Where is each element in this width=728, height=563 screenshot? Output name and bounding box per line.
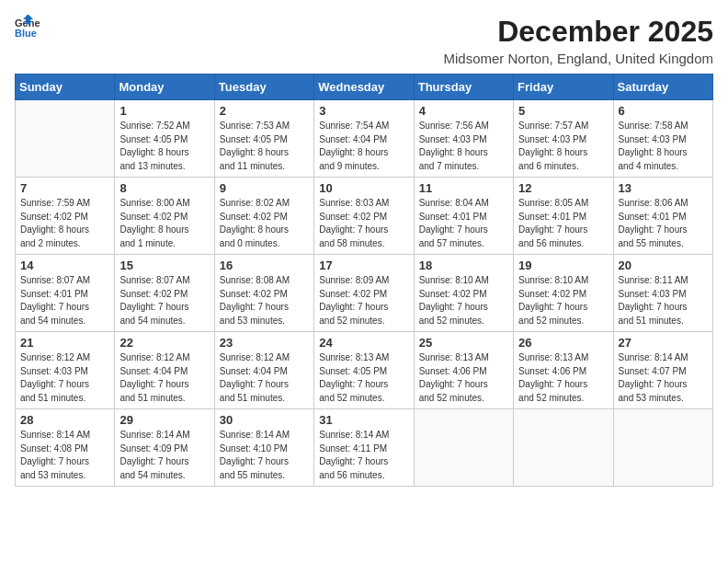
- day-number: 9: [220, 181, 309, 195]
- calendar-day-cell: [16, 100, 115, 178]
- day-number: 18: [419, 259, 508, 272]
- day-info: Sunrise: 8:13 AM Sunset: 4:06 PM Dayligh…: [518, 351, 608, 405]
- day-info: Sunrise: 8:10 AM Sunset: 4:02 PM Dayligh…: [518, 274, 608, 327]
- calendar-day-cell: 18Sunrise: 8:10 AM Sunset: 4:02 PM Dayli…: [414, 255, 513, 332]
- calendar-day-cell: 28Sunrise: 8:14 AM Sunset: 4:08 PM Dayli…: [16, 409, 115, 487]
- calendar-day-cell: 16Sunrise: 8:08 AM Sunset: 4:02 PM Dayli…: [214, 255, 313, 332]
- day-info: Sunrise: 7:57 AM Sunset: 4:03 PM Dayligh…: [518, 120, 608, 173]
- calendar-day-cell: 2Sunrise: 7:53 AM Sunset: 4:05 PM Daylig…: [214, 100, 313, 178]
- weekday-header: Monday: [115, 75, 214, 100]
- month-title: December 2025: [444, 15, 713, 49]
- calendar-day-cell: [414, 409, 513, 487]
- calendar-day-cell: 25Sunrise: 8:13 AM Sunset: 4:06 PM Dayli…: [414, 332, 513, 409]
- day-number: 8: [119, 181, 209, 195]
- day-number: 11: [419, 181, 508, 195]
- day-number: 6: [619, 104, 708, 118]
- day-number: 19: [518, 259, 608, 272]
- day-info: Sunrise: 7:52 AM Sunset: 4:05 PM Dayligh…: [119, 120, 209, 173]
- calendar-day-cell: 27Sunrise: 8:14 AM Sunset: 4:07 PM Dayli…: [613, 332, 712, 409]
- day-number: 1: [119, 104, 209, 118]
- calendar-day-cell: 8Sunrise: 8:00 AM Sunset: 4:02 PM Daylig…: [115, 178, 214, 255]
- day-info: Sunrise: 8:12 AM Sunset: 4:03 PM Dayligh…: [20, 351, 109, 405]
- day-info: Sunrise: 8:05 AM Sunset: 4:01 PM Dayligh…: [518, 197, 608, 250]
- day-info: Sunrise: 7:59 AM Sunset: 4:02 PM Dayligh…: [20, 197, 109, 250]
- weekday-header: Tuesday: [214, 75, 313, 100]
- day-number: 16: [220, 259, 309, 272]
- calendar-week-row: 1Sunrise: 7:52 AM Sunset: 4:05 PM Daylig…: [16, 100, 713, 178]
- calendar-day-cell: 26Sunrise: 8:13 AM Sunset: 4:06 PM Dayli…: [514, 332, 613, 409]
- weekday-header: Saturday: [613, 75, 712, 100]
- calendar-day-cell: 7Sunrise: 7:59 AM Sunset: 4:02 PM Daylig…: [16, 178, 115, 255]
- day-info: Sunrise: 8:07 AM Sunset: 4:01 PM Dayligh…: [20, 274, 109, 327]
- day-info: Sunrise: 8:11 AM Sunset: 4:03 PM Dayligh…: [619, 274, 708, 327]
- day-number: 3: [319, 104, 408, 118]
- calendar-day-cell: 13Sunrise: 8:06 AM Sunset: 4:01 PM Dayli…: [613, 178, 712, 255]
- day-number: 17: [319, 259, 408, 272]
- day-info: Sunrise: 8:08 AM Sunset: 4:02 PM Dayligh…: [220, 274, 309, 327]
- calendar-day-cell: 6Sunrise: 7:58 AM Sunset: 4:03 PM Daylig…: [613, 100, 712, 178]
- day-info: Sunrise: 8:12 AM Sunset: 4:04 PM Dayligh…: [119, 351, 209, 405]
- calendar-day-cell: 1Sunrise: 7:52 AM Sunset: 4:05 PM Daylig…: [115, 100, 214, 178]
- calendar-week-row: 21Sunrise: 8:12 AM Sunset: 4:03 PM Dayli…: [16, 332, 713, 409]
- weekday-header: Friday: [514, 75, 613, 100]
- page-header: General Blue December 2025 Midsomer Nort…: [15, 15, 713, 66]
- day-number: 14: [20, 259, 109, 272]
- calendar-day-cell: 17Sunrise: 8:09 AM Sunset: 4:02 PM Dayli…: [314, 255, 414, 332]
- calendar-day-cell: [613, 409, 712, 487]
- day-number: 27: [619, 336, 708, 350]
- logo-icon: General Blue: [15, 15, 40, 40]
- day-number: 29: [119, 413, 209, 427]
- day-number: 5: [518, 104, 608, 118]
- day-number: 21: [20, 336, 109, 350]
- calendar-day-cell: 29Sunrise: 8:14 AM Sunset: 4:09 PM Dayli…: [115, 409, 214, 487]
- calendar-week-row: 7Sunrise: 7:59 AM Sunset: 4:02 PM Daylig…: [16, 178, 713, 255]
- calendar-day-cell: 31Sunrise: 8:14 AM Sunset: 4:11 PM Dayli…: [314, 409, 414, 487]
- day-info: Sunrise: 8:03 AM Sunset: 4:02 PM Dayligh…: [319, 197, 408, 250]
- calendar-day-cell: 12Sunrise: 8:05 AM Sunset: 4:01 PM Dayli…: [514, 178, 613, 255]
- calendar-day-cell: 20Sunrise: 8:11 AM Sunset: 4:03 PM Dayli…: [613, 255, 712, 332]
- calendar-day-cell: 23Sunrise: 8:12 AM Sunset: 4:04 PM Dayli…: [214, 332, 313, 409]
- calendar-day-cell: 11Sunrise: 8:04 AM Sunset: 4:01 PM Dayli…: [414, 178, 513, 255]
- location-title: Midsomer Norton, England, United Kingdom: [444, 51, 713, 66]
- calendar-day-cell: [514, 409, 613, 487]
- day-number: 15: [119, 259, 209, 272]
- logo: General Blue: [15, 15, 40, 40]
- day-info: Sunrise: 7:56 AM Sunset: 4:03 PM Dayligh…: [419, 120, 508, 173]
- day-info: Sunrise: 8:12 AM Sunset: 4:04 PM Dayligh…: [220, 351, 309, 405]
- day-info: Sunrise: 8:07 AM Sunset: 4:02 PM Dayligh…: [119, 274, 209, 327]
- day-number: 23: [220, 336, 309, 350]
- day-number: 20: [619, 259, 708, 272]
- calendar-day-cell: 5Sunrise: 7:57 AM Sunset: 4:03 PM Daylig…: [514, 100, 613, 178]
- calendar-day-cell: 19Sunrise: 8:10 AM Sunset: 4:02 PM Dayli…: [514, 255, 613, 332]
- weekday-header: Thursday: [414, 75, 513, 100]
- day-info: Sunrise: 8:09 AM Sunset: 4:02 PM Dayligh…: [319, 274, 408, 327]
- day-number: 26: [518, 336, 608, 350]
- calendar-day-cell: 22Sunrise: 8:12 AM Sunset: 4:04 PM Dayli…: [115, 332, 214, 409]
- calendar-week-row: 14Sunrise: 8:07 AM Sunset: 4:01 PM Dayli…: [16, 255, 713, 332]
- day-info: Sunrise: 8:04 AM Sunset: 4:01 PM Dayligh…: [419, 197, 508, 250]
- day-number: 24: [319, 336, 408, 350]
- day-info: Sunrise: 7:53 AM Sunset: 4:05 PM Dayligh…: [220, 120, 309, 173]
- day-info: Sunrise: 8:06 AM Sunset: 4:01 PM Dayligh…: [619, 197, 708, 250]
- weekday-header: Wednesday: [314, 75, 414, 100]
- day-info: Sunrise: 8:10 AM Sunset: 4:02 PM Dayligh…: [419, 274, 508, 327]
- calendar-table: SundayMondayTuesdayWednesdayThursdayFrid…: [15, 74, 713, 487]
- day-number: 10: [319, 181, 408, 195]
- calendar-day-cell: 4Sunrise: 7:56 AM Sunset: 4:03 PM Daylig…: [414, 100, 513, 178]
- day-info: Sunrise: 8:14 AM Sunset: 4:09 PM Dayligh…: [119, 429, 209, 482]
- day-number: 31: [319, 413, 408, 427]
- calendar-day-cell: 10Sunrise: 8:03 AM Sunset: 4:02 PM Dayli…: [314, 178, 414, 255]
- day-info: Sunrise: 8:13 AM Sunset: 4:05 PM Dayligh…: [319, 351, 408, 405]
- calendar-day-cell: 21Sunrise: 8:12 AM Sunset: 4:03 PM Dayli…: [16, 332, 115, 409]
- day-number: 13: [619, 181, 708, 195]
- day-info: Sunrise: 8:14 AM Sunset: 4:11 PM Dayligh…: [319, 429, 408, 482]
- day-info: Sunrise: 8:14 AM Sunset: 4:07 PM Dayligh…: [619, 351, 708, 405]
- calendar-week-row: 28Sunrise: 8:14 AM Sunset: 4:08 PM Dayli…: [16, 409, 713, 487]
- title-area: December 2025 Midsomer Norton, England, …: [444, 15, 713, 66]
- day-info: Sunrise: 7:54 AM Sunset: 4:04 PM Dayligh…: [319, 120, 408, 173]
- calendar-day-cell: 24Sunrise: 8:13 AM Sunset: 4:05 PM Dayli…: [314, 332, 414, 409]
- calendar-day-cell: 3Sunrise: 7:54 AM Sunset: 4:04 PM Daylig…: [314, 100, 414, 178]
- calendar-day-cell: 9Sunrise: 8:02 AM Sunset: 4:02 PM Daylig…: [214, 178, 313, 255]
- day-number: 25: [419, 336, 508, 350]
- day-info: Sunrise: 8:00 AM Sunset: 4:02 PM Dayligh…: [119, 197, 209, 250]
